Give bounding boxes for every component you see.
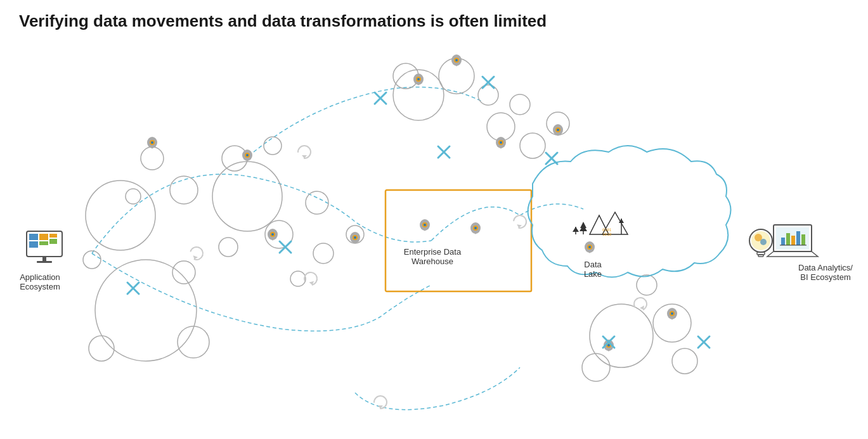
svg-point-5 bbox=[172, 261, 195, 284]
svg-point-78 bbox=[607, 344, 610, 347]
svg-point-66 bbox=[474, 227, 477, 229]
svg-rect-114 bbox=[37, 261, 52, 263]
svg-point-11 bbox=[264, 137, 282, 155]
svg-point-62 bbox=[424, 224, 426, 226]
svg-point-70 bbox=[588, 246, 591, 248]
svg-point-34 bbox=[417, 78, 420, 80]
svg-point-129 bbox=[760, 239, 767, 245]
svg-rect-135 bbox=[786, 233, 790, 245]
svg-point-9 bbox=[212, 162, 282, 231]
svg-point-1 bbox=[86, 181, 155, 250]
svg-point-8 bbox=[89, 336, 114, 361]
bi-label: Data Analytics/BI Ecosystem bbox=[791, 263, 860, 282]
svg-point-29 bbox=[582, 353, 610, 381]
svg-point-20 bbox=[478, 85, 498, 105]
svg-point-23 bbox=[510, 94, 530, 115]
svg-point-14 bbox=[306, 191, 328, 214]
svg-point-16 bbox=[290, 271, 306, 286]
svg-rect-108 bbox=[29, 241, 38, 248]
app-ecosystem-label: ApplicationEcosystem bbox=[5, 272, 75, 291]
svg-rect-110 bbox=[39, 241, 48, 245]
svg-rect-107 bbox=[29, 234, 38, 240]
svg-rect-111 bbox=[49, 234, 57, 238]
svg-text:0101: 0101 bbox=[602, 227, 612, 232]
svg-point-4 bbox=[126, 189, 141, 204]
svg-rect-138 bbox=[801, 234, 805, 245]
svg-point-28 bbox=[672, 348, 697, 374]
datalake-label: DataLake bbox=[564, 260, 621, 279]
svg-point-74 bbox=[671, 312, 673, 315]
svg-rect-112 bbox=[49, 239, 57, 244]
svg-marker-119 bbox=[580, 222, 586, 228]
svg-point-15 bbox=[313, 243, 334, 264]
svg-point-30 bbox=[637, 275, 657, 295]
svg-point-13 bbox=[219, 238, 238, 257]
svg-point-38 bbox=[455, 59, 458, 61]
svg-point-0 bbox=[95, 260, 197, 361]
svg-point-46 bbox=[151, 141, 153, 144]
edw-label: Enterprise DataWarehouse bbox=[394, 247, 470, 266]
svg-point-58 bbox=[354, 236, 356, 239]
svg-marker-121 bbox=[573, 227, 579, 232]
svg-rect-137 bbox=[796, 231, 800, 245]
svg-rect-31 bbox=[385, 190, 531, 291]
svg-point-2 bbox=[170, 176, 198, 204]
svg-rect-134 bbox=[781, 238, 785, 245]
svg-point-24 bbox=[520, 133, 545, 158]
svg-rect-113 bbox=[42, 257, 46, 262]
svg-point-82 bbox=[557, 129, 559, 131]
svg-point-22 bbox=[487, 113, 515, 141]
svg-rect-109 bbox=[39, 234, 48, 240]
svg-point-50 bbox=[246, 154, 249, 156]
svg-rect-131 bbox=[758, 255, 763, 257]
svg-point-7 bbox=[178, 326, 209, 358]
svg-rect-136 bbox=[791, 236, 795, 245]
svg-point-54 bbox=[271, 233, 274, 236]
svg-text:1010: 1010 bbox=[602, 232, 612, 236]
svg-point-3 bbox=[141, 147, 164, 170]
svg-point-26 bbox=[590, 304, 653, 367]
svg-point-42 bbox=[500, 141, 502, 144]
